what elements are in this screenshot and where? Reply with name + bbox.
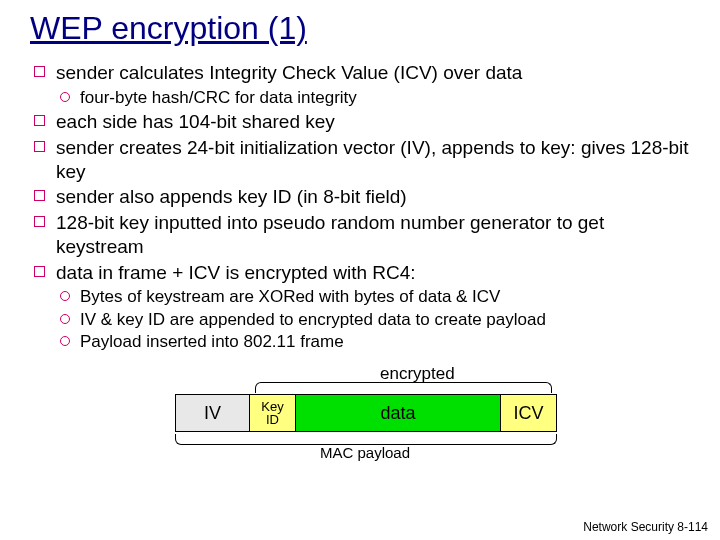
- keyid-box: Key ID: [250, 394, 296, 432]
- bullet-item: data in frame + ICV is encrypted with RC…: [30, 261, 690, 285]
- bullet-list: each side has 104-bit shared key sender …: [30, 110, 690, 284]
- encrypted-brace: [255, 382, 552, 393]
- iv-box: IV: [175, 394, 250, 432]
- sub-bullet-item: Bytes of keystream are XORed with bytes …: [58, 286, 690, 307]
- slide-title: WEP encryption (1): [30, 10, 690, 47]
- slide-footer: Network Security 8-114: [583, 520, 708, 534]
- bullet-item: sender creates 24-bit initialization vec…: [30, 136, 690, 184]
- sub-bullet-item: Payload inserted into 802.11 frame: [58, 331, 690, 352]
- bullet-item: 128-bit key inputted into pseudo random …: [30, 211, 690, 259]
- sub-bullet-item: four-byte hash/CRC for data integrity: [58, 87, 690, 108]
- encrypted-label: encrypted: [380, 364, 455, 384]
- bullet-item: each side has 104-bit shared key: [30, 110, 690, 134]
- sub-bullet-list: Bytes of keystream are XORed with bytes …: [30, 286, 690, 352]
- bullet-item: sender also appends key ID (in 8-bit fie…: [30, 185, 690, 209]
- sub-bullet-item: IV & key ID are appended to encrypted da…: [58, 309, 690, 330]
- packet-row: IV Key ID data ICV: [175, 394, 557, 432]
- keyid-l2: ID: [266, 413, 279, 426]
- sub-bullet-list: four-byte hash/CRC for data integrity: [30, 87, 690, 108]
- data-box: data: [296, 394, 501, 432]
- bullet-item: sender calculates Integrity Check Value …: [30, 61, 690, 85]
- mac-label: MAC payload: [320, 444, 410, 461]
- icv-box: ICV: [501, 394, 557, 432]
- bullet-list: sender calculates Integrity Check Value …: [30, 61, 690, 85]
- packet-diagram: encrypted IV Key ID data ICV MAC payload: [140, 364, 580, 464]
